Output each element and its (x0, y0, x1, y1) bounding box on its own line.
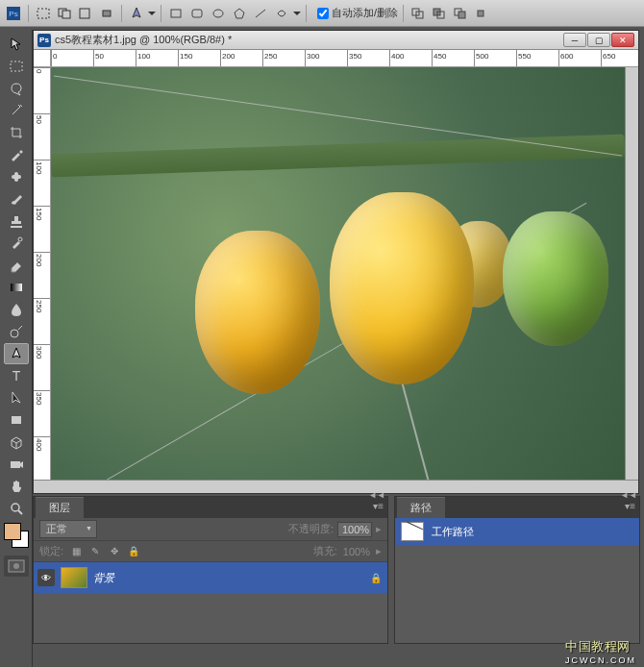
svg-line-29 (18, 510, 22, 514)
vertical-ruler[interactable]: 050100150200250300350400 (34, 67, 51, 480)
svg-point-21 (18, 237, 22, 241)
shape-roundrect-icon[interactable] (187, 4, 207, 23)
hand-tool-icon[interactable] (4, 476, 29, 497)
pen-tool-select-icon[interactable] (127, 4, 146, 23)
shape-ellipse-icon[interactable] (209, 4, 228, 23)
layer-name[interactable]: 背景 (93, 571, 364, 585)
shape-custom-icon[interactable] (272, 4, 291, 23)
lock-all-icon[interactable]: 🔒 (127, 545, 140, 558)
layers-lock-row: 锁定: ▦ ✎ ✥ 🔒 填充: 100% ▸ (34, 541, 387, 562)
gradient-tool-icon[interactable] (4, 277, 29, 298)
document-window: Ps cs5教程素材1.jpg @ 100%(RGB/8#) * ─ ▢ ✕ 0… (33, 30, 639, 494)
panel-tabs: ◄◄ 图层 ▾≡ (34, 497, 387, 518)
zoom-tool-icon[interactable] (4, 498, 29, 519)
camera-3d-icon[interactable] (4, 454, 29, 475)
opacity-slider-icon[interactable]: ▸ (376, 523, 382, 535)
lock-transparency-icon[interactable]: ▦ (69, 545, 83, 558)
lock-label: 锁定: (39, 544, 63, 558)
dropdown-icon[interactable] (293, 12, 301, 15)
auto-add-delete-label: 自动添加/删除 (332, 6, 398, 20)
layer-thumbnail[interactable] (61, 567, 87, 588)
shape-rect-icon[interactable] (166, 4, 186, 23)
dropdown-icon[interactable] (148, 12, 156, 15)
svg-rect-27 (11, 461, 20, 468)
visibility-icon[interactable]: 👁 (37, 569, 55, 586)
fill-input[interactable]: 100% (343, 546, 370, 557)
svg-rect-22 (11, 284, 22, 291)
panel-menu-icon[interactable]: ▾≡ (373, 501, 384, 511)
new-selection-icon[interactable] (34, 4, 53, 23)
layers-blend-row: 正常 不透明度: 100% ▸ (34, 518, 387, 541)
shape-line-icon[interactable] (251, 4, 270, 23)
eraser-tool-icon[interactable] (4, 255, 29, 276)
subtract-selection-icon[interactable] (76, 4, 95, 23)
tab-layers[interactable]: 图层 (36, 497, 84, 518)
path-select-icon[interactable] (4, 387, 29, 408)
panel-menu-icon[interactable]: ▾≡ (625, 501, 635, 511)
svg-rect-2 (37, 9, 49, 18)
fill-slider-icon[interactable]: ▸ (376, 545, 382, 557)
ps-menu-icon[interactable]: Ps (4, 4, 23, 23)
auto-add-delete-input[interactable] (317, 8, 329, 19)
eyedropper-tool-icon[interactable] (4, 144, 29, 165)
lock-image-icon[interactable]: ✎ (88, 545, 102, 558)
panel-collapse-icon[interactable]: ◄◄ (620, 490, 637, 500)
add-selection-icon[interactable] (55, 4, 74, 23)
path-name[interactable]: 工作路径 (432, 525, 474, 539)
status-bar (34, 480, 638, 493)
shape-tool-icon[interactable] (4, 409, 29, 431)
marquee-tool-icon[interactable] (4, 56, 29, 77)
crop-tool-icon[interactable] (4, 122, 29, 143)
ruler-origin[interactable] (34, 50, 51, 67)
svg-rect-17 (478, 11, 483, 16)
tools-panel: T (0, 30, 33, 667)
auto-add-delete-checkbox[interactable]: 自动添加/删除 (317, 6, 398, 20)
svg-point-9 (213, 10, 223, 17)
heal-tool-icon[interactable] (4, 166, 29, 187)
foreground-color-swatch[interactable] (4, 523, 21, 540)
3d-tool-icon[interactable] (4, 432, 29, 453)
path-row[interactable]: 工作路径 (395, 518, 639, 545)
lock-position-icon[interactable]: ✥ (108, 545, 121, 558)
minimize-button[interactable]: ─ (563, 33, 586, 47)
path-op4-icon[interactable] (472, 4, 491, 23)
type-tool-icon[interactable]: T (4, 365, 29, 386)
close-button[interactable]: ✕ (611, 33, 634, 47)
blend-mode-select[interactable]: 正常 (39, 520, 97, 538)
path-op1-icon[interactable] (409, 4, 428, 23)
opacity-input[interactable]: 100% (337, 522, 372, 537)
dodge-tool-icon[interactable] (4, 321, 29, 342)
horizontal-ruler[interactable]: 050100150200250300350400450500550600650 (51, 50, 638, 67)
lasso-tool-icon[interactable] (4, 78, 29, 99)
image-content (51, 67, 625, 480)
vertical-scrollbar[interactable] (625, 67, 638, 480)
path-op2-icon[interactable] (430, 4, 449, 23)
document-titlebar[interactable]: Ps cs5教程素材1.jpg @ 100%(RGB/8#) * ─ ▢ ✕ (34, 31, 638, 50)
svg-rect-8 (192, 10, 202, 17)
quick-mask-icon[interactable] (4, 556, 29, 577)
canvas[interactable] (51, 67, 625, 480)
wand-tool-icon[interactable] (4, 100, 29, 121)
layers-panel: ◄◄ 图层 ▾≡ 正常 不透明度: 100% ▸ 锁定: ▦ ✎ ✥ 🔒 填充:… (33, 496, 388, 644)
blur-tool-icon[interactable] (4, 299, 29, 320)
svg-rect-4 (62, 11, 70, 18)
separator (306, 5, 307, 22)
shape-polygon-icon[interactable] (230, 4, 249, 23)
svg-point-23 (11, 330, 18, 337)
ps-icon: Ps (37, 34, 51, 47)
history-brush-icon[interactable] (4, 233, 29, 254)
separator (28, 5, 29, 22)
fill-label: 填充: (313, 544, 337, 558)
tab-paths[interactable]: 路径 (397, 497, 445, 518)
path-thumbnail[interactable] (401, 522, 424, 541)
intersect-selection-icon[interactable] (97, 4, 116, 23)
stamp-tool-icon[interactable] (4, 210, 29, 232)
brush-tool-icon[interactable] (4, 188, 29, 210)
path-op3-icon[interactable] (451, 4, 470, 23)
maximize-button[interactable]: ▢ (587, 33, 610, 47)
panel-collapse-icon[interactable]: ◄◄ (368, 490, 385, 500)
layer-row[interactable]: 👁 背景 🔒 (34, 562, 387, 593)
move-tool-icon[interactable] (4, 34, 29, 55)
pen-tool-icon[interactable] (4, 343, 29, 364)
color-swatches[interactable] (2, 523, 30, 550)
